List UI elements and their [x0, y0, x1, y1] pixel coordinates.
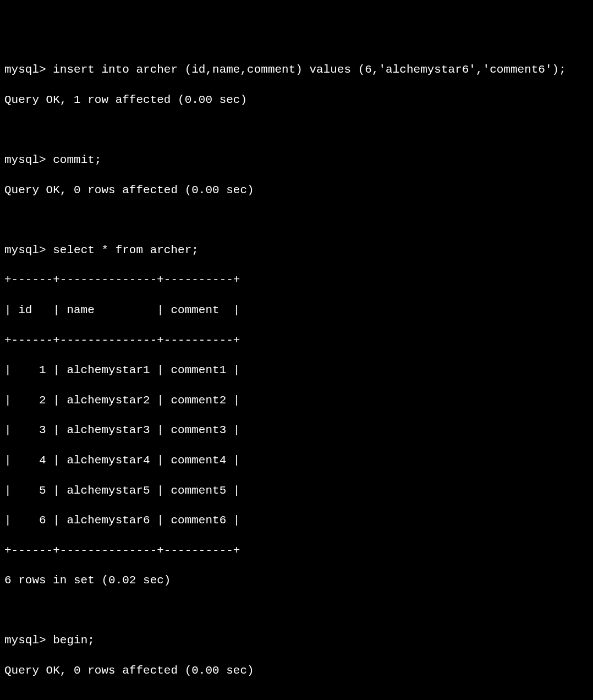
table-row: | 4 | alchemystar4 | comment4 |	[4, 453, 589, 468]
terminal-line: mysql> begin;	[4, 633, 589, 648]
sql-command: select * from archer;	[53, 244, 199, 256]
sql-command: insert into archer (id,name,comment) val…	[53, 63, 566, 76]
sql-command: commit;	[53, 154, 101, 166]
terminal-line: mysql> insert into archer (id,name,comme…	[4, 62, 589, 77]
table-border: +------+--------------+----------+	[4, 543, 589, 558]
query-result: Query OK, 1 row affected (0.00 sec)	[4, 92, 589, 107]
rows-in-set: 6 rows in set (0.02 sec)	[4, 573, 589, 588]
table-row: | 2 | alchemystar2 | comment2 |	[4, 393, 589, 408]
blank-line	[4, 212, 589, 227]
terminal-line: mysql> select * from archer;	[4, 243, 589, 258]
sql-command: begin;	[53, 634, 95, 647]
table-row: | 5 | alchemystar5 | comment5 |	[4, 483, 589, 498]
mysql-prompt[interactable]: mysql>	[4, 244, 53, 256]
mysql-prompt[interactable]: mysql>	[4, 154, 53, 166]
query-result: Query OK, 0 rows affected (0.00 sec)	[4, 183, 589, 198]
table-row: | 3 | alchemystar3 | comment3 |	[4, 423, 589, 438]
table-header: | id | name | comment |	[4, 303, 589, 318]
table-border: +------+--------------+----------+	[4, 333, 589, 348]
table-row: | 6 | alchemystar6 | comment6 |	[4, 513, 589, 528]
terminal-line: mysql> commit;	[4, 152, 589, 167]
mysql-prompt[interactable]: mysql>	[4, 634, 53, 647]
blank-line	[4, 122, 589, 137]
query-result: Query OK, 0 rows affected (0.00 sec)	[4, 663, 589, 678]
table-border: +------+--------------+----------+	[4, 272, 589, 287]
mysql-prompt[interactable]: mysql>	[4, 63, 53, 76]
table-row: | 1 | alchemystar1 | comment1 |	[4, 363, 589, 378]
blank-line	[4, 603, 589, 618]
blank-line	[4, 693, 589, 700]
